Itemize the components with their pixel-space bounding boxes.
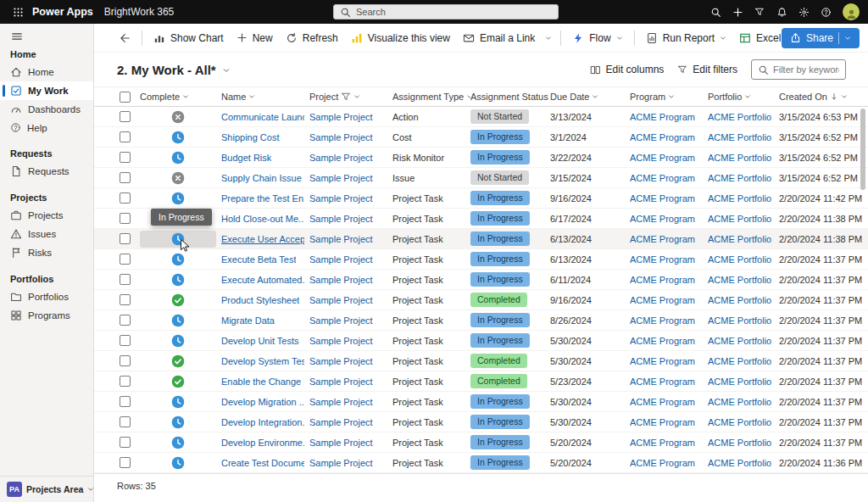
program-link[interactable]: ACME Program bbox=[630, 458, 695, 468]
program-link[interactable]: ACME Program bbox=[630, 112, 695, 122]
complete-cell[interactable] bbox=[140, 253, 221, 266]
sidebar-item-dashboards[interactable]: Dashboards bbox=[0, 100, 93, 119]
table-row[interactable]: Execute User Accep...Sample ProjectProje… bbox=[94, 229, 868, 249]
project-link[interactable]: Sample Project bbox=[309, 173, 373, 183]
sidebar-item-risks[interactable]: Risks bbox=[0, 243, 93, 262]
table-row[interactable]: Enable the Change I...Sample ProjectProj… bbox=[94, 371, 868, 392]
bell-icon[interactable] bbox=[771, 2, 792, 22]
name-link[interactable]: Develop Environme... bbox=[221, 438, 304, 448]
name-link[interactable]: Execute Beta Test bbox=[221, 254, 296, 265]
new-button[interactable]: New bbox=[231, 28, 279, 48]
program-link[interactable]: ACME Program bbox=[630, 417, 695, 427]
row-checkbox[interactable] bbox=[118, 294, 140, 305]
scrollbar-thumb[interactable] bbox=[860, 109, 865, 190]
name-link[interactable]: Execute Automated... bbox=[221, 275, 304, 285]
name-link[interactable]: Develop Integration... bbox=[221, 417, 304, 427]
name-link[interactable]: Execute User Accep... bbox=[221, 234, 304, 244]
app-launcher-button[interactable] bbox=[8, 3, 27, 21]
name-link[interactable]: Develop Unit Tests bbox=[221, 336, 299, 346]
search-icon[interactable] bbox=[705, 2, 726, 22]
portfolio-link[interactable]: ACME Portfolio bbox=[708, 356, 771, 366]
status-clock-icon[interactable] bbox=[171, 192, 185, 205]
complete-cell[interactable] bbox=[140, 314, 221, 327]
row-checkbox[interactable] bbox=[118, 355, 140, 366]
program-link[interactable]: ACME Program bbox=[630, 336, 695, 346]
name-link[interactable]: Communicate Launch bbox=[221, 112, 304, 122]
complete-cell[interactable] bbox=[140, 456, 221, 470]
status-x-icon[interactable] bbox=[171, 110, 185, 124]
status-clock-icon[interactable] bbox=[171, 456, 185, 470]
portfolio-link[interactable]: ACME Portfolio bbox=[708, 132, 771, 142]
project-link[interactable]: Sample Project bbox=[309, 336, 373, 346]
table-row[interactable]: Budget RiskSample ProjectRisk MonitorIn … bbox=[94, 148, 868, 168]
program-link[interactable]: ACME Program bbox=[630, 397, 695, 407]
table-row[interactable]: Develop Unit TestsSample ProjectProject … bbox=[94, 331, 868, 351]
status-clock-icon[interactable] bbox=[171, 273, 185, 287]
portfolio-link[interactable]: ACME Portfolio bbox=[708, 458, 771, 468]
project-link[interactable]: Sample Project bbox=[309, 376, 373, 387]
column-header-assignment-status[interactable]: Assignment Status bbox=[470, 92, 550, 102]
portfolio-link[interactable]: ACME Portfolio bbox=[708, 234, 771, 244]
avatar[interactable] bbox=[843, 3, 860, 20]
funnel-icon[interactable] bbox=[749, 2, 770, 22]
portfolio-link[interactable]: ACME Portfolio bbox=[708, 173, 771, 183]
program-link[interactable]: ACME Program bbox=[630, 295, 695, 305]
excel-templates-button[interactable]: Excel Templates bbox=[733, 28, 782, 48]
complete-cell[interactable] bbox=[140, 110, 221, 124]
project-link[interactable]: Sample Project bbox=[309, 438, 373, 448]
name-link[interactable]: Enable the Change I... bbox=[221, 376, 304, 387]
share-button[interactable]: Share bbox=[782, 28, 860, 48]
portfolio-link[interactable]: ACME Portfolio bbox=[708, 438, 771, 448]
complete-cell[interactable] bbox=[140, 293, 221, 307]
table-row[interactable]: Develop Environme...Sample ProjectProjec… bbox=[94, 432, 868, 453]
column-header-program[interactable]: Program bbox=[630, 92, 708, 102]
question-icon[interactable] bbox=[815, 2, 836, 22]
row-checkbox[interactable] bbox=[118, 192, 140, 204]
column-header-due-date[interactable]: Due Date bbox=[550, 92, 630, 102]
status-clock-icon[interactable] bbox=[171, 232, 185, 246]
visualize-this-view-button[interactable]: Visualize this view bbox=[345, 28, 456, 48]
portfolio-link[interactable]: ACME Portfolio bbox=[708, 315, 771, 326]
status-check-icon[interactable] bbox=[171, 375, 185, 388]
sidebar-item-programs[interactable]: Programs bbox=[0, 306, 93, 325]
sidebar-item-issues[interactable]: Issues bbox=[0, 225, 93, 243]
name-link[interactable]: Develop Migration ... bbox=[221, 397, 304, 407]
program-link[interactable]: ACME Program bbox=[630, 132, 695, 142]
flow-button[interactable]: Flow bbox=[566, 28, 628, 48]
show-chart-button[interactable]: Show Chart bbox=[147, 28, 230, 48]
complete-cell[interactable] bbox=[140, 192, 221, 205]
email-a-link-button[interactable]: Email a Link bbox=[457, 28, 541, 48]
sidebar-item-help[interactable]: Help bbox=[0, 119, 93, 137]
program-link[interactable]: ACME Program bbox=[630, 438, 695, 448]
status-clock-icon[interactable] bbox=[171, 395, 185, 409]
row-checkbox[interactable] bbox=[118, 437, 140, 448]
column-header-complete[interactable]: Complete bbox=[140, 92, 221, 102]
status-clock-icon[interactable] bbox=[171, 314, 185, 327]
view-selector[interactable]: 2. My Work - All* bbox=[117, 63, 231, 77]
name-link[interactable]: Supply Chain Issue bbox=[221, 173, 302, 183]
column-header-portfolio[interactable]: Portfolio bbox=[708, 92, 779, 102]
chevron-down-icon[interactable] bbox=[844, 35, 851, 42]
portfolio-link[interactable]: ACME Portfolio bbox=[708, 295, 771, 305]
complete-cell[interactable] bbox=[140, 231, 221, 248]
portfolio-link[interactable]: ACME Portfolio bbox=[708, 112, 771, 122]
sidebar-item-projects[interactable]: Projects bbox=[0, 206, 93, 225]
run-report-button[interactable]: Run Report bbox=[640, 28, 732, 48]
table-row[interactable]: Develop Migration ...Sample ProjectProje… bbox=[94, 392, 868, 412]
portfolio-link[interactable]: ACME Portfolio bbox=[708, 153, 771, 163]
sidebar-item-portfolios[interactable]: Portfolios bbox=[0, 287, 93, 306]
table-row[interactable]: Execute Automated...Sample ProjectProjec… bbox=[94, 270, 868, 290]
status-clock-icon[interactable] bbox=[171, 151, 185, 165]
gear-icon[interactable] bbox=[793, 2, 814, 22]
name-link[interactable]: Shipping Cost bbox=[221, 132, 280, 142]
project-link[interactable]: Sample Project bbox=[309, 254, 373, 265]
row-checkbox[interactable] bbox=[118, 396, 140, 407]
row-checkbox[interactable] bbox=[118, 335, 140, 346]
name-link[interactable]: Create Test Docume... bbox=[221, 458, 304, 468]
program-link[interactable]: ACME Program bbox=[630, 234, 695, 244]
row-checkbox[interactable] bbox=[118, 457, 140, 468]
row-checkbox[interactable] bbox=[118, 274, 140, 285]
keyword-filter-input[interactable] bbox=[773, 64, 839, 75]
chevron-down-icon[interactable] bbox=[542, 31, 555, 46]
column-header-name[interactable]: Name bbox=[221, 92, 309, 102]
